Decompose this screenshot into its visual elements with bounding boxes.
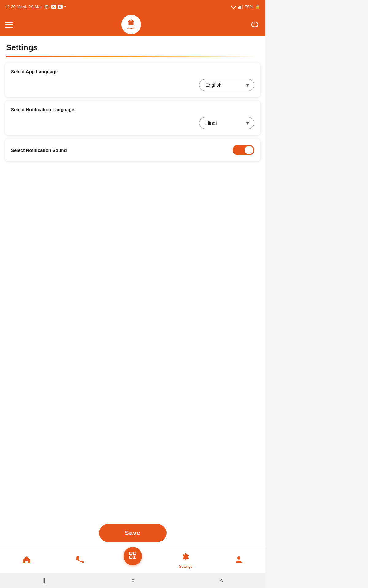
notification-language-label: Select Notification Language <box>11 107 254 112</box>
notification-sound-row: Select Notification Sound ON <box>11 145 254 155</box>
status-bar: 12:29 Wed, 29 Mar 🖼 S S • 79% 🔒 <box>0 0 265 13</box>
nav-home[interactable] <box>0 555 53 566</box>
status-right: 79% 🔒 <box>231 4 260 9</box>
bottom-nav: Settings <box>0 548 265 573</box>
svg-rect-0 <box>238 7 239 9</box>
wifi-icon <box>231 4 236 9</box>
settings-nav-label: Settings <box>179 564 192 569</box>
notification-sound-label: Select Notification Sound <box>11 148 67 153</box>
dot-indicator: • <box>64 4 66 9</box>
svg-rect-5 <box>133 552 136 555</box>
status-date: Wed, 29 Mar <box>17 4 42 9</box>
scan-icon <box>128 551 137 561</box>
nav-center-button[interactable] <box>124 547 142 565</box>
phone-icon <box>76 556 84 566</box>
settings-cards: Select App Language English Hindi Marath… <box>0 57 265 168</box>
settings-title: Settings <box>6 43 259 52</box>
main-content: Settings Select App Language English Hin… <box>0 36 265 527</box>
power-button[interactable] <box>249 19 260 30</box>
notification-sound-card: Select Notification Sound ON <box>5 139 260 161</box>
nav-phone[interactable] <box>53 556 106 566</box>
app-language-label: Select App Language <box>11 69 254 74</box>
svg-rect-3 <box>242 5 243 9</box>
signal-icon <box>238 4 243 9</box>
lock-icon: 🔒 <box>255 4 260 9</box>
app-language-dropdown-row: English Hindi Marathi ▼ <box>11 79 254 91</box>
notification-language-dropdown-wrapper[interactable]: English Hindi Marathi ▼ <box>199 117 254 129</box>
s2-badge: S <box>58 5 62 9</box>
settings-header: Settings <box>0 36 265 57</box>
system-nav: ||| ○ < <box>0 573 265 588</box>
home-icon <box>22 555 31 566</box>
notification-sound-toggle[interactable]: ON <box>233 145 254 155</box>
save-section: Save <box>0 506 265 548</box>
system-back-button[interactable]: < <box>213 575 229 586</box>
gallery-icon: 🖼 <box>44 4 49 9</box>
nav-profile[interactable] <box>212 555 265 566</box>
nav-settings[interactable]: Settings <box>159 552 212 569</box>
status-time: 12:29 <box>5 4 16 9</box>
notification-language-select[interactable]: English Hindi Marathi <box>199 117 254 129</box>
top-nav: 🏛 मध्यप्रदेश <box>0 13 265 36</box>
settings-gear-icon <box>182 552 190 563</box>
notification-language-dropdown-row: English Hindi Marathi ▼ <box>11 117 254 129</box>
profile-icon <box>235 555 243 566</box>
system-home-button[interactable]: ○ <box>125 575 141 586</box>
status-left: 12:29 Wed, 29 Mar 🖼 S S • <box>5 4 66 9</box>
logo-inner: 🏛 मध्यप्रदेश <box>127 19 135 30</box>
svg-point-11 <box>237 556 240 560</box>
save-button[interactable]: Save <box>99 524 167 542</box>
hamburger-menu[interactable] <box>5 22 13 28</box>
svg-rect-2 <box>240 6 241 9</box>
system-menu-button[interactable]: ||| <box>36 575 53 586</box>
app-language-card: Select App Language English Hindi Marath… <box>5 63 260 97</box>
s1-badge: S <box>51 5 56 9</box>
notification-language-card: Select Notification Language English Hin… <box>5 101 260 135</box>
app-language-dropdown-wrapper[interactable]: English Hindi Marathi ▼ <box>199 79 254 91</box>
app-language-select[interactable]: English Hindi Marathi <box>199 79 254 91</box>
svg-rect-6 <box>130 556 132 558</box>
svg-rect-4 <box>130 552 132 555</box>
app-logo: 🏛 मध्यप्रदेश <box>121 15 141 34</box>
nav-center[interactable] <box>106 556 159 565</box>
toggle-knob <box>245 146 253 154</box>
battery-level: 79% <box>245 4 253 9</box>
svg-rect-1 <box>239 6 240 9</box>
